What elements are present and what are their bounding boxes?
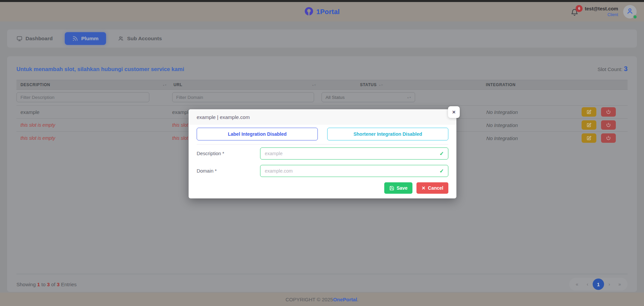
edit-slot-modal: × example | example.com Label Integratio… [189, 109, 456, 198]
user-meta: test@test.com Client [585, 6, 618, 17]
pagination-page-1[interactable]: 1 [593, 279, 604, 290]
slot-count-label: Slot Count: [597, 66, 622, 72]
user-role: Client [585, 12, 618, 17]
pagination-prev-button[interactable]: ‹ [582, 282, 593, 287]
edit-slot-button[interactable] [582, 120, 596, 130]
description-field[interactable] [260, 147, 448, 160]
sort-icon[interactable]: ▲▼ [379, 84, 383, 86]
cancel-button[interactable]: ✕ Cancel [416, 182, 448, 194]
person-icon [626, 7, 634, 17]
pagination-last-button[interactable]: » [614, 282, 625, 287]
shortener-integration-button[interactable]: Shortener Integration Disabled [327, 128, 448, 140]
slot-count: Slot Count: 3 [597, 65, 628, 73]
power-icon [606, 135, 611, 141]
cell-description: this slot is empty [16, 119, 169, 132]
navbar: 1Portal 6 test@test.com Client [0, 2, 644, 21]
status-filter-select[interactable]: All Status ▲▼ [321, 92, 415, 102]
add-slot-info-link[interactable]: Untuk menambah slot, silahkan hubungi cu… [16, 66, 184, 72]
edit-slot-button[interactable] [582, 133, 596, 143]
user-email: test@test.com [585, 6, 618, 12]
edit-icon [586, 135, 592, 141]
slot-count-value: 3 [624, 65, 628, 72]
user-avatar[interactable] [623, 5, 637, 18]
brand-name: 1Portal [316, 8, 340, 16]
monitor-icon [16, 36, 22, 42]
tab-dashboard-label: Dashboard [26, 36, 53, 42]
save-icon [389, 186, 394, 191]
save-button[interactable]: Save [384, 182, 413, 194]
disable-slot-button[interactable] [601, 133, 616, 143]
filter-description-input[interactable] [16, 92, 149, 102]
tab-sub-accounts-label: Sub Accounts [127, 36, 162, 42]
power-icon [606, 109, 611, 115]
tab-plumm-label: Plumm [81, 36, 99, 42]
column-header-url[interactable]: URL ▲▼ [169, 80, 319, 90]
valid-check-icon: ✓ [440, 150, 444, 157]
column-header-actions [577, 80, 628, 90]
status-filter-value: All Status [326, 95, 345, 100]
edit-slot-button[interactable] [582, 107, 596, 117]
power-icon [606, 122, 611, 128]
modal-title: example | example.com [197, 114, 250, 120]
tab-plumm[interactable]: Plumm [65, 32, 106, 45]
users-icon [118, 36, 124, 42]
online-status-dot [633, 15, 637, 19]
edit-icon [586, 122, 592, 128]
pagination-first-button[interactable]: « [572, 282, 582, 287]
tab-dashboard[interactable]: Dashboard [13, 32, 56, 45]
domain-field-label: Domain * [197, 168, 260, 174]
sort-icon[interactable]: ▲▼ [312, 84, 316, 86]
pagination-next-button[interactable]: › [604, 282, 614, 287]
page-footer: COPYRIGHT © 2025 OnePortal . [0, 293, 644, 306]
rss-icon [72, 36, 78, 42]
sort-icon[interactable]: ▲▼ [162, 84, 167, 86]
cell-description: this slot is empty [16, 132, 169, 145]
filter-domain-input[interactable] [172, 92, 314, 102]
edit-icon [586, 109, 592, 115]
copyright-text: COPYRIGHT © 2025 [286, 297, 333, 302]
bell-icon [571, 12, 579, 17]
column-header-description[interactable]: DESCRIPTION ▲▼ [16, 80, 169, 90]
footer-brand-link[interactable]: OnePortal [333, 297, 357, 302]
pagination: « ‹ 1 › » [569, 278, 628, 291]
label-integration-button[interactable]: Label Integration Disabled [197, 128, 318, 140]
tab-sub-accounts[interactable]: Sub Accounts [115, 32, 165, 45]
brand-logo-icon [304, 7, 313, 17]
domain-field[interactable] [260, 165, 448, 177]
cell-description: example [16, 106, 169, 119]
divider [197, 144, 448, 144]
column-header-status[interactable]: STATUS ▲▼ [319, 80, 423, 90]
description-field-label: Description * [197, 151, 260, 156]
valid-check-icon: ✓ [440, 168, 444, 174]
disable-slot-button[interactable] [601, 107, 616, 117]
notifications-button[interactable]: 6 [571, 8, 580, 17]
notification-count-badge: 6 [576, 5, 583, 12]
entries-summary: Showing 1 to 3 of 3 Entries [16, 282, 77, 287]
main-tabs: Dashboard Plumm Sub Accounts [7, 29, 637, 48]
close-icon: × [452, 109, 456, 116]
column-header-integration: INTEGRATION [423, 80, 577, 90]
modal-close-button[interactable]: × [448, 106, 460, 118]
select-arrows-icon: ▲▼ [407, 97, 411, 98]
brand[interactable]: 1Portal [304, 7, 340, 17]
disable-slot-button[interactable] [601, 120, 616, 130]
x-icon: ✕ [422, 185, 426, 191]
